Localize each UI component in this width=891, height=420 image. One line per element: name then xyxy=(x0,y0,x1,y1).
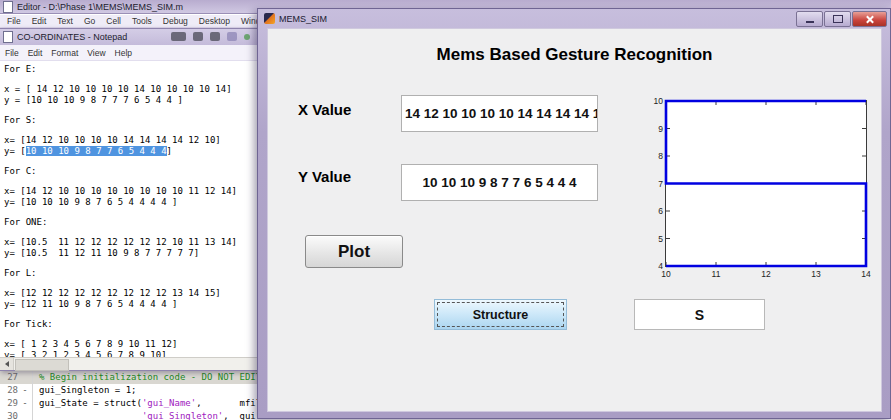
notepad-menu-view[interactable]: View xyxy=(87,48,105,58)
mems-window-title: MEMS_SIM xyxy=(279,14,327,24)
notepad-line: y = [10 10 10 9 8 7 7 7 6 5 4 4 ] xyxy=(4,95,260,105)
screen: Editor - D:\Phase 1\MEMS\MEMS_SIM.m File… xyxy=(0,0,891,420)
notepad-line: x= [12 12 12 12 12 12 12 12 12 13 14 15] xyxy=(4,288,260,298)
background-toolbar-icons xyxy=(171,32,250,41)
close-button[interactable] xyxy=(852,11,887,27)
scroll-thumb[interactable] xyxy=(15,359,69,371)
editor-menu-tools[interactable]: Tools xyxy=(132,16,152,26)
editor-code-lines: 27% Begin initialization code - DO NOT E… xyxy=(0,371,262,420)
maximize-button[interactable] xyxy=(824,11,851,27)
notepad-line: For E: xyxy=(4,64,260,74)
mems-sim-window: MEMS_SIM Mems Based Gesture Recognition … xyxy=(257,8,891,419)
notepad-line xyxy=(4,309,260,319)
notepad-line: For L: xyxy=(4,268,260,278)
notepad-menubar: FileEditFormatViewHelp xyxy=(0,45,260,61)
editor-code-line: 27% Begin initialization code - DO NOT E… xyxy=(0,371,262,384)
notepad-line: y= [12 11 10 9 8 7 6 5 4 4 4 4 ] xyxy=(4,299,260,309)
notepad-menu-format[interactable]: Format xyxy=(51,48,78,58)
matlab-icon xyxy=(264,13,275,24)
plot-svg xyxy=(666,101,866,266)
close-icon xyxy=(865,15,874,24)
notepad-line xyxy=(4,176,260,186)
notepad-window: CO-ORDINATES - Notepad FileEditFormatVie… xyxy=(0,28,261,371)
toolbar-icon xyxy=(227,32,237,41)
editor-code-line: 28-gui_Singleton = 1; xyxy=(0,384,262,397)
editor-menu-go[interactable]: Go xyxy=(84,16,95,26)
minimize-button[interactable] xyxy=(796,11,823,27)
plot-line xyxy=(666,101,866,266)
notepad-title: CO-ORDINATES - Notepad xyxy=(17,32,127,42)
x-tick-label: 12 xyxy=(756,269,776,279)
editor-menu-text[interactable]: Text xyxy=(57,16,73,26)
selected-text: 10 10 10 9 8 7 7 6 5 4 4 4 xyxy=(26,146,167,156)
editor-menu-file[interactable]: File xyxy=(7,16,21,26)
y-tick-label: 5 xyxy=(649,234,663,244)
notepad-line: x= [14 12 10 10 10 10 10 10 10 10 11 12 … xyxy=(4,186,260,196)
notepad-menu-file[interactable]: File xyxy=(5,48,19,58)
x-value-input[interactable]: 14 12 10 10 10 10 14 14 14 14 12 xyxy=(401,95,598,132)
minimize-icon xyxy=(806,21,814,23)
result-box: S xyxy=(634,299,765,330)
x-tick-label: 13 xyxy=(806,269,826,279)
notepad-line xyxy=(4,125,260,135)
notepad-line xyxy=(4,227,260,237)
x-value-label: X Value xyxy=(298,101,351,118)
notepad-line xyxy=(4,329,260,339)
notepad-line: For S: xyxy=(4,115,260,125)
editor-code-area[interactable]: 27% Begin initialization code - DO NOT E… xyxy=(0,371,262,420)
mems-titlebar[interactable]: MEMS_SIM xyxy=(258,9,890,28)
notepad-line: x= [10.5 11 12 12 12 12 12 12 10 11 13 1… xyxy=(4,237,260,247)
toolbar-icon xyxy=(171,32,186,41)
toolbar-icon xyxy=(210,32,220,41)
maximize-icon xyxy=(833,15,843,23)
scroll-left-arrow[interactable] xyxy=(0,358,14,370)
editor-title: Editor - D:\Phase 1\MEMS\MEMS_SIM.m xyxy=(17,2,183,12)
notepad-line: x= [ 1 2 3 4 5 6 7 8 9 10 11 12] xyxy=(4,339,260,349)
plot-button[interactable]: Plot xyxy=(305,235,403,268)
toolbar-icon xyxy=(244,34,250,40)
notepad-text[interactable]: For E: x = [ 14 12 10 10 10 10 14 10 10 … xyxy=(0,61,260,357)
mems-content: Mems Based Gesture Recognition X Value 1… xyxy=(267,28,882,412)
notepad-line xyxy=(4,156,260,166)
notepad-titlebar[interactable]: CO-ORDINATES - Notepad xyxy=(0,29,260,45)
y-tick-label: 4 xyxy=(649,261,663,271)
editor-document-icon xyxy=(3,1,13,13)
notepad-line: y= [10.5 11 12 11 10 9 8 7 7 7 7 7] xyxy=(4,248,260,258)
editor-menu-edit[interactable]: Edit xyxy=(32,16,47,26)
notepad-line xyxy=(4,74,260,84)
notepad-line xyxy=(4,207,260,217)
y-tick-label: 9 xyxy=(649,124,663,134)
notepad-line: x = [ 14 12 10 10 10 10 14 10 10 10 10 1… xyxy=(4,84,260,94)
y-tick-label: 6 xyxy=(649,206,663,216)
notepad-icon xyxy=(3,31,13,43)
notepad-menu-edit[interactable]: Edit xyxy=(28,48,43,58)
plot-axes: 101112131445678910 xyxy=(665,100,867,267)
y-value-label: Y Value xyxy=(298,168,351,185)
notepad-line: y= [10 10 10 9 8 7 7 6 5 4 4 4] xyxy=(4,146,260,156)
editor-menu-cell[interactable]: Cell xyxy=(106,16,121,26)
y-tick-label: 7 xyxy=(649,179,663,189)
notepad-menu-help[interactable]: Help xyxy=(115,48,132,58)
structure-button[interactable]: Structure xyxy=(434,299,567,330)
y-value-input[interactable]: 10 10 10 9 8 7 7 6 5 4 4 4 xyxy=(401,164,598,201)
notepad-line xyxy=(4,105,260,115)
editor-code-line: 29-gui_State = struct('gui_Name', mfile xyxy=(0,397,262,410)
left-triangle-icon xyxy=(5,361,9,367)
toolbar-icon xyxy=(193,32,203,41)
notepad-line xyxy=(4,258,260,268)
x-tick-label: 11 xyxy=(706,269,726,279)
y-tick-label: 10 xyxy=(649,96,663,106)
structure-button-label: Structure xyxy=(473,308,529,322)
notepad-line: For C: xyxy=(4,166,260,176)
notepad-line: y= [ 3 2 1 2 3 4 5 6 7 8 9 10] xyxy=(4,350,260,357)
y-tick-label: 8 xyxy=(649,151,663,161)
editor-code-line: 30 'gui_Singleton', gui_ xyxy=(0,410,262,420)
editor-menu-desktop[interactable]: Desktop xyxy=(199,16,230,26)
notepad-line: y= [10 10 10 9 8 7 6 5 4 4 4 4 ] xyxy=(4,197,260,207)
notepad-line: For ONE: xyxy=(4,217,260,227)
editor-menu-debug[interactable]: Debug xyxy=(163,16,188,26)
notepad-line: x= [14 12 10 10 10 10 14 14 14 14 12 10] xyxy=(4,135,260,145)
window-controls xyxy=(796,11,887,27)
notepad-horizontal-scrollbar[interactable] xyxy=(0,357,260,370)
page-title: Mems Based Gesture Recognition xyxy=(268,45,881,65)
